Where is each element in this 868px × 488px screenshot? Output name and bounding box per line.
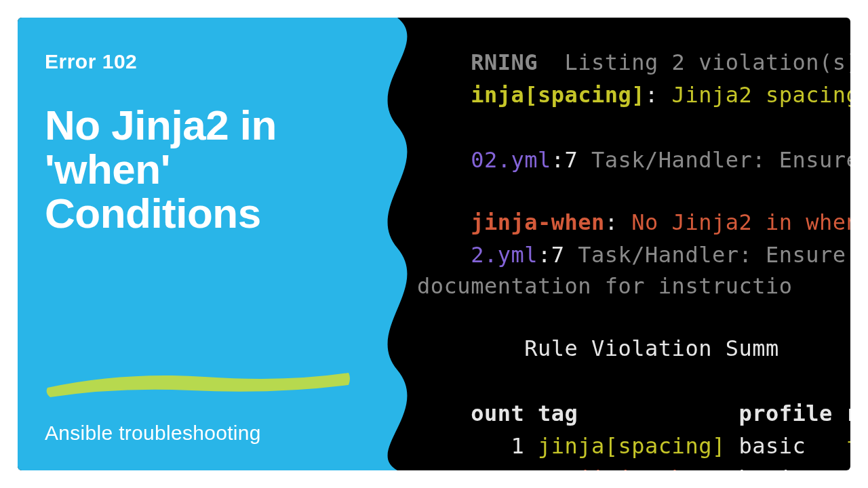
term-row2-tag: no-jinja-when [524,466,725,470]
subtitle-text: Ansible troubleshooting [45,422,261,445]
stage: RNING Listing 2 violation(s) t inja[spac… [0,0,868,488]
term-line2-colon: : [645,82,672,108]
term-line3-file: 02.yml [471,147,551,173]
accent-underline [42,367,354,400]
term-row2-profile: basic [726,466,833,470]
term-line3-lineno: 7 [564,147,578,173]
headline-text: No Jinja2 in 'when' Conditions [45,103,397,235]
term-line5-rest: Task/Handler: Ensure a [564,242,850,268]
term-row2-rule: dep [833,466,850,470]
term-line3-rest: Task/Handler: Ensure a [578,147,850,173]
term-line5-file: 2.yml [471,242,538,268]
term-line2-msg: Jinja2 spacing co [672,82,850,108]
term-row2-count: 1 [471,466,524,470]
term-line3-colon: : [551,147,565,173]
kicker-text: Error 102 [45,50,397,73]
poster-card: RNING Listing 2 violation(s) t inja[spac… [18,18,850,470]
term-line5-colon: : [538,242,551,268]
blue-content: Error 102 No Jinja2 in 'when' Conditions [45,50,397,235]
term-line2-tag: inja[spacing] [471,82,645,108]
term-line5-lineno: 7 [551,242,565,268]
accent-underline-shape [42,367,354,400]
